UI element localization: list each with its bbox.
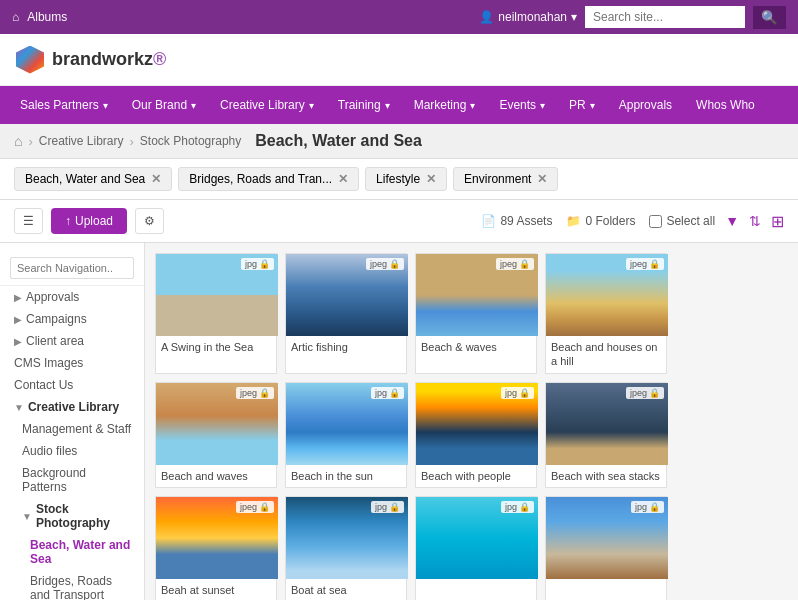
breadcrumb-creative-library[interactable]: Creative Library — [39, 134, 124, 148]
asset-card[interactable]: jpg 🔒 — [415, 496, 537, 600]
asset-card[interactable]: jpeg 🔒 Beach & waves — [415, 253, 537, 374]
sidebar-item-audio-files[interactable]: Audio files — [0, 440, 144, 462]
asset-card[interactable]: jpeg 🔒 Beach and houses on a hill — [545, 253, 667, 374]
asset-card[interactable]: jpg 🔒 A Swing in the Sea — [155, 253, 277, 374]
breadcrumb-separator: › — [130, 134, 134, 149]
lock-icon: 🔒 — [389, 388, 400, 398]
upload-button[interactable]: ↑ Upload — [51, 208, 127, 234]
asset-format-badge: jpeg 🔒 — [496, 258, 534, 270]
asset-title: Boat at sea — [286, 579, 406, 600]
format-label: jpeg — [630, 259, 647, 269]
sidebar-item-stock-photography[interactable]: ▼ Stock Photography — [0, 498, 144, 534]
nav-item-approvals[interactable]: Approvals — [607, 86, 684, 124]
asset-card[interactable]: jpeg 🔒 Beach and waves — [155, 382, 277, 488]
chevron-down-icon: ▾ — [470, 100, 475, 111]
asset-format-badge: jpg 🔒 — [371, 501, 404, 513]
filter-tab-beach[interactable]: Beach, Water and Sea ✕ — [14, 167, 172, 191]
format-label: jpeg — [240, 388, 257, 398]
lock-icon: 🔒 — [389, 502, 400, 512]
sidebar-item-creative-library[interactable]: ▼ Creative Library — [0, 396, 144, 418]
sort-icon[interactable]: ⇅ — [749, 213, 761, 229]
asset-card[interactable]: jpg 🔒 Boat at sea — [285, 496, 407, 600]
select-all-label[interactable]: Select all — [649, 214, 715, 228]
format-label: jpg — [505, 388, 517, 398]
logo-bar: brandworkz® — [0, 34, 798, 86]
sidebar-item-bridges-roads[interactable]: Bridges, Roads and Transport — [0, 570, 144, 600]
format-label: jpeg — [240, 502, 257, 512]
nav-item-our-brand[interactable]: Our Brand ▾ — [120, 86, 208, 124]
sidebar-item-beach-water-sea[interactable]: Beach, Water and Sea — [0, 534, 144, 570]
sidebar-item-campaigns[interactable]: ▶ Campaigns — [0, 308, 144, 330]
nav-item-sales-partners[interactable]: Sales Partners ▾ — [8, 86, 120, 124]
asset-thumbnail: jpg 🔒 — [156, 254, 278, 336]
sidebar-item-cms-images[interactable]: CMS Images — [0, 352, 144, 374]
asset-thumbnail: jpeg 🔒 — [416, 254, 538, 336]
chevron-down-icon: ▾ — [540, 100, 545, 111]
close-icon[interactable]: ✕ — [151, 172, 161, 186]
sidebar: ▶ Approvals ▶ Campaigns ▶ Client area CM… — [0, 243, 145, 600]
user-info[interactable]: 👤 neilmonahan ▾ — [479, 10, 577, 24]
sidebar-item-background-patterns[interactable]: Background Patterns — [0, 462, 144, 498]
asset-format-badge: jpg 🔒 — [501, 501, 534, 513]
lock-icon: 🔒 — [259, 388, 270, 398]
asset-card[interactable]: jpeg 🔒 Beach with sea stacks — [545, 382, 667, 488]
asset-card[interactable]: jpeg 🔒 Beah at sunset — [155, 496, 277, 600]
asset-count: 📄 89 Assets — [481, 214, 552, 228]
nav-item-training[interactable]: Training ▾ — [326, 86, 402, 124]
nav-item-pr[interactable]: PR ▾ — [557, 86, 607, 124]
home-icon[interactable]: ⌂ — [14, 133, 22, 149]
filter-tab-environment[interactable]: Environment ✕ — [453, 167, 558, 191]
breadcrumb-stock-photography[interactable]: Stock Photography — [140, 134, 241, 148]
asset-format-badge: jpeg 🔒 — [236, 501, 274, 513]
close-icon[interactable]: ✕ — [426, 172, 436, 186]
sidebar-search-input[interactable] — [10, 257, 134, 279]
lock-icon: 🔒 — [259, 259, 270, 269]
asset-title: Artic fishing — [286, 336, 406, 358]
filter-tab-bridges[interactable]: Bridges, Roads and Tran... ✕ — [178, 167, 359, 191]
select-all-checkbox[interactable] — [649, 215, 662, 228]
lock-icon: 🔒 — [519, 259, 530, 269]
lock-icon: 🔒 — [649, 502, 660, 512]
filter-tab-lifestyle[interactable]: Lifestyle ✕ — [365, 167, 447, 191]
asset-format-badge: jpeg 🔒 — [236, 387, 274, 399]
list-view-button[interactable]: ☰ — [14, 208, 43, 234]
format-label: jpg — [245, 259, 257, 269]
nav-item-marketing[interactable]: Marketing ▾ — [402, 86, 488, 124]
grid-view-icon[interactable]: ⊞ — [771, 212, 784, 231]
lock-icon: 🔒 — [649, 388, 660, 398]
actions-button[interactable]: ⚙ — [135, 208, 164, 234]
asset-format-badge: jpg 🔒 — [241, 258, 274, 270]
asset-format-badge: jpeg 🔒 — [366, 258, 404, 270]
site-search-button[interactable]: 🔍 — [753, 6, 786, 29]
nav-item-whos-who[interactable]: Whos Who — [684, 86, 767, 124]
asset-grid: jpg 🔒 A Swing in the Sea jpeg 🔒 Artic fi… — [145, 243, 798, 600]
format-label: jpg — [375, 388, 387, 398]
asset-card[interactable]: jpg 🔒 Beach with people — [415, 382, 537, 488]
asset-thumbnail: jpg 🔒 — [286, 383, 408, 465]
asset-thumbnail: jpeg 🔒 — [546, 254, 668, 336]
folder-icon: 📁 — [566, 214, 581, 228]
asset-card[interactable]: jpg 🔒 Beach in the sun — [285, 382, 407, 488]
sidebar-item-client-area[interactable]: ▶ Client area — [0, 330, 144, 352]
asset-card[interactable]: jpg 🔒 — [545, 496, 667, 600]
asset-card[interactable]: jpeg 🔒 Artic fishing — [285, 253, 407, 374]
lock-icon: 🔒 — [389, 259, 400, 269]
asset-format-badge: jpg 🔒 — [371, 387, 404, 399]
asset-format-badge: jpeg 🔒 — [626, 258, 664, 270]
sidebar-item-approvals[interactable]: ▶ Approvals — [0, 286, 144, 308]
close-icon[interactable]: ✕ — [537, 172, 547, 186]
logo[interactable]: brandworkz® — [16, 46, 166, 74]
close-icon[interactable]: ✕ — [338, 172, 348, 186]
filter-icon[interactable]: ▼ — [725, 213, 739, 229]
lock-icon: 🔒 — [649, 259, 660, 269]
home-icon[interactable]: ⌂ — [12, 10, 19, 24]
collapse-icon: ▼ — [22, 511, 32, 522]
nav-item-creative-library[interactable]: Creative Library ▾ — [208, 86, 326, 124]
asset-title: A Swing in the Sea — [156, 336, 276, 358]
site-search-input[interactable] — [585, 6, 745, 28]
sidebar-item-contact-us[interactable]: Contact Us — [0, 374, 144, 396]
chevron-down-icon: ▾ — [191, 100, 196, 111]
format-label: jpeg — [630, 388, 647, 398]
sidebar-item-management-staff[interactable]: Management & Staff — [0, 418, 144, 440]
nav-item-events[interactable]: Events ▾ — [487, 86, 557, 124]
